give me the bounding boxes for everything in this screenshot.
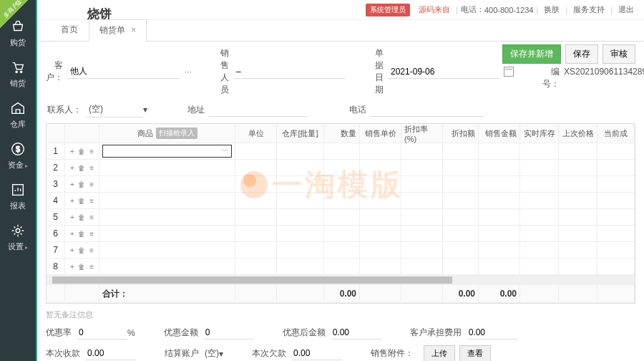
tab-sales-order[interactable]: 销货单× [89,19,147,42]
sidebar: 购货 销货 仓库 $ 资金 报表 设置 [0,0,36,361]
total-label: 合计： [99,285,235,302]
source-link[interactable]: 源码来自 [419,4,450,15]
col-current-cost: 当前成 [597,124,635,143]
table-row[interactable]: 2+🗑≡ [47,160,635,176]
col-last-price: 上次价格 [559,124,597,143]
table-row[interactable]: 1+🗑≡··· [47,143,635,160]
col-rate: 折扣率(%) [401,124,443,143]
product-input[interactable]: ··· [102,145,232,158]
delete-row-icon[interactable]: 🗑 [78,213,85,221]
warehouse-icon [10,100,26,116]
col-price: 销售单价 [360,124,401,143]
account-label: 结算账户 [165,347,199,360]
add-row-icon[interactable]: + [70,263,74,271]
row-menu-icon[interactable]: ≡ [89,263,94,271]
save-and-new-button[interactable]: 保存并新增 [502,44,561,64]
report-icon [10,182,26,198]
add-row-icon[interactable]: + [70,246,74,254]
table-row[interactable]: 5+🗑≡ [47,209,635,226]
calendar-icon[interactable] [504,67,514,77]
sidebar-item-report[interactable]: 报表 [0,176,36,217]
col-warehouse: 仓库[批量] [277,124,324,143]
delete-row-icon[interactable]: 🗑 [78,180,85,188]
delete-row-icon[interactable]: 🗑 [78,197,85,205]
save-button[interactable]: 保存 [565,44,598,64]
add-row-icon[interactable]: + [70,148,74,155]
action-bar: 保存并新增 保存 审核 [502,44,635,64]
receive-input[interactable] [86,347,136,360]
discount-amt-label: 优惠金额 [164,327,198,339]
table-row[interactable]: 3+🗑≡ [47,176,635,193]
row-menu-icon[interactable]: ≡ [89,246,94,254]
row-menu-icon[interactable]: ≡ [89,180,94,188]
total-qty: 0.00 [324,285,360,302]
row-menu-icon[interactable]: ≡ [89,213,94,221]
support-link[interactable]: 服务支持 [573,4,605,15]
customer-input[interactable] [67,65,180,79]
gear-icon [10,223,26,239]
discount-rate-input[interactable] [77,326,127,340]
add-row-icon[interactable]: + [70,180,74,188]
customer-fee-input[interactable] [467,326,517,340]
table-row[interactable]: 8+🗑≡ [47,259,635,275]
owe-input[interactable] [292,347,342,360]
svg-point-0 [16,71,18,73]
svg-point-5 [16,228,20,233]
account-select[interactable]: (空) [205,347,219,360]
remark-placeholder[interactable]: 暂无备注信息 [46,309,635,320]
tenant-ribbon: 多商户版 [0,0,29,29]
tel-label: 电话 [338,104,366,116]
tab-home[interactable]: 首页 [50,19,89,41]
attachment-label: 销售附件： [371,347,414,360]
skin-link[interactable]: 换肤 [544,4,560,15]
after-discount-input[interactable] [331,326,381,340]
sidebar-item-warehouse[interactable]: 仓库 [0,95,36,135]
address-input[interactable] [209,103,309,117]
add-row-icon[interactable]: + [70,164,74,172]
upload-button[interactable]: 上传 [424,345,455,361]
svg-point-1 [20,71,22,73]
add-row-icon[interactable]: + [70,230,74,238]
col-amount: 销售金额 [479,124,520,143]
discount-rate-label: 优惠率 [46,327,72,339]
total-discount: 0.00 [443,285,479,302]
row-menu-icon[interactable]: ≡ [89,197,94,205]
delete-row-icon[interactable]: 🗑 [78,230,85,238]
delete-row-icon[interactable]: 🗑 [78,148,85,155]
delete-row-icon[interactable]: 🗑 [78,263,85,271]
discount-amt-input[interactable] [204,326,254,340]
doc-no-value: XS202109061134289 [564,67,644,77]
row-menu-icon[interactable]: ≡ [89,230,94,238]
add-row-icon[interactable]: + [70,213,74,221]
delete-row-icon[interactable]: 🗑 [78,246,85,254]
col-discount: 折扣额 [443,124,479,143]
sidebar-item-sales[interactable]: 销货 [0,54,36,95]
audit-button[interactable]: 审核 [602,44,635,64]
salesperson-label: 销售人员 [220,47,229,96]
tab-bar: 首页 销货单× [37,20,644,42]
horizontal-scrollbar[interactable] [47,275,635,285]
sidebar-item-fund[interactable]: $ 资金 [0,135,36,176]
customer-lookup-icon[interactable]: ··· [185,67,192,77]
scan-button[interactable]: 扫描枪录入 [156,127,197,139]
date-input[interactable] [388,65,501,79]
row-menu-icon[interactable]: ≡ [89,164,94,172]
svg-text:$: $ [16,145,20,153]
delete-row-icon[interactable]: 🗑 [78,164,85,172]
contact-select[interactable]: (空) [86,102,143,117]
col-product: 商品 [137,128,153,139]
col-stock: 实时库存 [520,124,559,143]
tel-input[interactable] [371,103,484,117]
table-row[interactable]: 6+🗑≡ [47,226,635,242]
table-row[interactable]: 4+🗑≡ [47,193,635,209]
topbar: 烧饼 系统管理员 源码来自 | 电话： 400-800-1234 | 换肤 | … [37,0,644,20]
table-row[interactable]: 7+🗑≡ [47,242,635,259]
salesperson-input[interactable] [233,65,346,79]
row-menu-icon[interactable]: ≡ [89,148,94,155]
logout-link[interactable]: 退出 [618,4,634,15]
add-row-icon[interactable]: + [70,197,74,205]
line-grid: 商品扫描枪录入 单位 仓库[批量] 数量 销售单价 折扣率(%) 折扣额 销售金… [46,123,635,304]
view-button[interactable]: 查看 [459,345,491,361]
close-icon[interactable]: × [131,25,136,35]
sidebar-item-settings[interactable]: 设置 [0,217,36,258]
